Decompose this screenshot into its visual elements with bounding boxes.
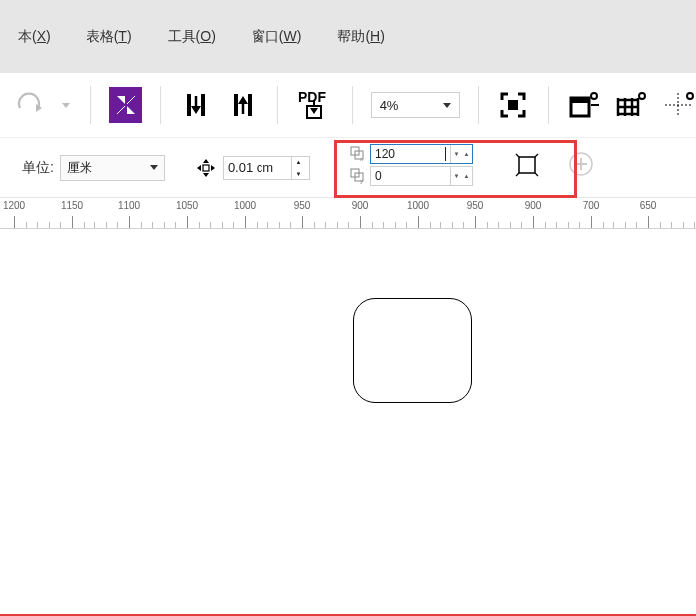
svg-marker-37 xyxy=(211,165,215,171)
menu-table[interactable]: 表格(T) xyxy=(87,28,132,46)
ruler-tick-label: 950 xyxy=(294,200,311,211)
nudge-value: 0.01 cm xyxy=(228,160,291,175)
add-button[interactable] xyxy=(567,150,595,178)
svg-marker-36 xyxy=(197,165,201,171)
zoom-value: 4% xyxy=(380,98,399,113)
ruler-tick-label: 900 xyxy=(352,200,369,211)
menu-prefix: 本( xyxy=(18,28,37,44)
redo-button[interactable] xyxy=(12,87,46,123)
svg-marker-8 xyxy=(191,106,201,114)
svg-point-20 xyxy=(591,93,597,99)
svg-rect-19 xyxy=(571,98,589,103)
svg-text:y: y xyxy=(360,178,363,184)
svg-rect-44 xyxy=(519,157,535,173)
duplicate-y-value: 0 xyxy=(371,169,450,183)
ruler-tick-label: 1100 xyxy=(118,200,140,211)
ruler-tick-label: 1150 xyxy=(61,200,83,211)
text-caret xyxy=(445,147,446,161)
svg-rect-6 xyxy=(201,94,205,116)
dup-y-up[interactable]: ▲ xyxy=(464,173,470,179)
dup-x-up[interactable]: ▲ xyxy=(464,151,470,157)
svg-marker-35 xyxy=(203,173,209,177)
svg-marker-2 xyxy=(127,106,135,114)
pdf-export-button[interactable]: PDF xyxy=(296,87,334,123)
redo-dropdown[interactable] xyxy=(60,87,73,123)
rounded-rectangle-shape[interactable] xyxy=(353,298,472,403)
nudge-step-down[interactable]: ▼ xyxy=(291,168,305,180)
horizontal-ruler[interactable]: 1200115011001050100095090010009509007006… xyxy=(0,197,696,229)
menu-tools[interactable]: 工具(O) xyxy=(168,28,216,46)
menu-help[interactable]: 帮助(H) xyxy=(337,28,384,46)
export-down-button[interactable] xyxy=(179,87,212,123)
ruler-tick-label: 650 xyxy=(640,200,657,211)
ruler-tick-label: 700 xyxy=(583,200,600,211)
unit-select[interactable]: 厘米 xyxy=(60,155,165,181)
ruler-tick-label: 1000 xyxy=(234,200,256,211)
svg-rect-21 xyxy=(591,104,599,106)
duplicate-distance-group: x 120 ▼ ▲ y 0 ▼ ▲ xyxy=(350,144,473,186)
svg-rect-5 xyxy=(187,94,191,116)
chevron-down-icon xyxy=(443,103,451,108)
ruler-tick-label: 1050 xyxy=(176,200,198,211)
menu-suffix: ) xyxy=(46,28,51,44)
drawing-canvas[interactable] xyxy=(0,229,696,616)
fullscreen-button[interactable] xyxy=(497,87,530,123)
svg-text:PDF: PDF xyxy=(298,89,326,105)
unit-label: 单位: xyxy=(22,159,54,177)
menu-hotkey: X xyxy=(37,28,46,44)
duplicate-x-value: 120 xyxy=(371,147,450,161)
svg-rect-9 xyxy=(234,94,238,116)
duplicate-x-input[interactable]: 120 ▼ ▲ xyxy=(370,144,473,164)
duplicate-x-icon: x xyxy=(350,146,366,162)
duplicate-y-icon: y xyxy=(350,168,366,184)
ruler-tick-label: 950 xyxy=(467,200,484,211)
svg-marker-16 xyxy=(310,108,318,114)
svg-marker-1 xyxy=(117,96,125,104)
unit-value: 厘米 xyxy=(67,159,92,177)
snap-options-button[interactable] xyxy=(567,87,601,123)
svg-rect-17 xyxy=(508,100,518,110)
menu-window[interactable]: 窗口(W) xyxy=(252,28,302,46)
menu-bar: 本(X) 表格(T) 工具(O) 窗口(W) 帮助(H) xyxy=(0,0,696,74)
ruler-tick-label: 1000 xyxy=(407,200,429,211)
svg-line-4 xyxy=(117,106,125,114)
menu-text[interactable]: 本(X) xyxy=(18,28,51,46)
treat-as-filled-button[interactable] xyxy=(514,152,540,178)
ruler-tick-label: 900 xyxy=(525,200,542,211)
svg-marker-12 xyxy=(238,96,248,104)
export-up-button[interactable] xyxy=(226,87,259,123)
guidelines-button[interactable] xyxy=(662,87,696,123)
svg-point-29 xyxy=(639,93,645,99)
nudge-step-up[interactable]: ▲ xyxy=(291,156,305,168)
main-toolbar: PDF 4% xyxy=(0,74,696,137)
svg-line-3 xyxy=(127,96,135,104)
import-button[interactable] xyxy=(109,87,142,123)
svg-point-32 xyxy=(687,93,693,99)
dup-x-down[interactable]: ▼ xyxy=(454,151,460,157)
ruler-tick-label: 1200 xyxy=(3,200,25,211)
nudge-distance-input[interactable]: 0.01 cm ▲ ▼ xyxy=(223,156,310,180)
duplicate-y-input[interactable]: 0 ▼ ▲ xyxy=(370,166,473,186)
dup-y-down[interactable]: ▼ xyxy=(454,173,460,179)
chevron-down-icon xyxy=(150,165,158,170)
grid-options-button[interactable] xyxy=(614,87,648,123)
svg-marker-34 xyxy=(203,159,209,163)
svg-text:x: x xyxy=(360,156,363,162)
zoom-level-select[interactable]: 4% xyxy=(371,92,460,118)
svg-rect-10 xyxy=(248,94,252,116)
nudge-icon xyxy=(195,157,217,179)
svg-rect-33 xyxy=(203,165,209,171)
property-bar: 单位: 厘米 0.01 cm ▲ ▼ xyxy=(0,137,696,197)
